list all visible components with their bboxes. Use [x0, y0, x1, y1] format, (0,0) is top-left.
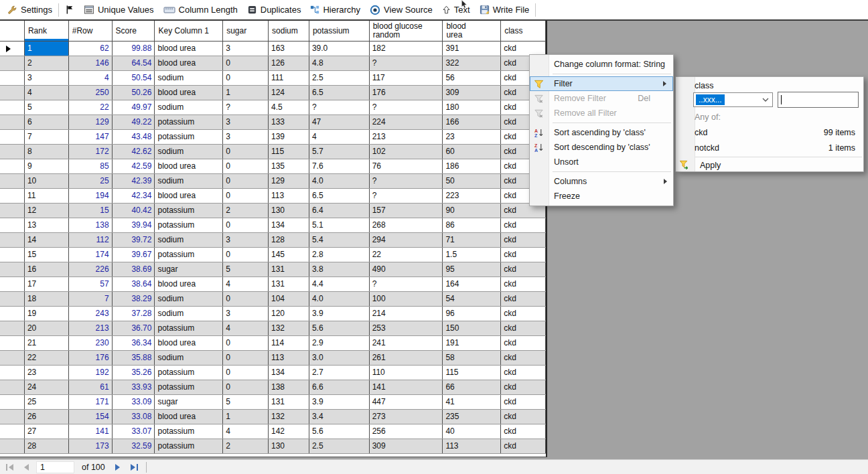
cell-potassium[interactable]: 3.0 — [309, 351, 370, 365]
cell-row-num[interactable]: 174 — [69, 248, 113, 262]
cell-class[interactable]: ckd — [501, 233, 546, 247]
cell-key-column-1[interactable]: blood urea — [155, 159, 223, 173]
cell-sodium[interactable]: 4.5 — [269, 100, 309, 114]
toolbar-button-column-length[interactable]: Column Length — [159, 1, 242, 19]
first-page-button[interactable] — [3, 462, 17, 473]
cell-sodium[interactable]: 130 — [269, 439, 309, 453]
cell-blood-urea[interactable]: 309 — [443, 86, 501, 100]
cell-blood-urea[interactable]: 391 — [443, 42, 501, 56]
cell-score[interactable]: 38.64 — [113, 277, 155, 291]
cell-sugar[interactable]: 0 — [223, 145, 269, 159]
cell-sugar[interactable]: 0 — [223, 366, 269, 380]
column-header-row-num[interactable]: #Row — [69, 21, 113, 41]
cell-sodium[interactable]: 163 — [269, 42, 309, 56]
column-header-selector[interactable] — [0, 21, 25, 41]
column-header-class[interactable]: class — [501, 21, 546, 41]
filter-search-input[interactable] — [778, 92, 859, 108]
toolbar-button-write-file[interactable]: Write File — [475, 1, 534, 19]
cell-selector[interactable] — [0, 145, 25, 159]
cell-potassium[interactable]: 4.0 — [309, 174, 370, 188]
cell-rank[interactable]: 26 — [25, 410, 69, 424]
cell-blood-urea[interactable]: 223 — [443, 189, 501, 203]
cell-rank[interactable]: 20 — [25, 321, 69, 335]
cell-blood-glucose-random[interactable]: 294 — [370, 233, 443, 247]
cell-blood-urea[interactable]: 58 — [443, 351, 501, 365]
last-page-button[interactable] — [127, 462, 141, 473]
toolbar-button-view-source[interactable]: View Source — [365, 1, 437, 19]
cell-key-column-1[interactable]: sodium — [155, 233, 223, 247]
cell-sugar[interactable]: 0 — [223, 71, 269, 85]
cell-sugar[interactable]: ? — [223, 100, 269, 114]
toolbar-button-flag[interactable] — [60, 1, 79, 19]
cell-blood-glucose-random[interactable]: ? — [370, 277, 443, 291]
cell-sodium[interactable]: 135 — [269, 159, 309, 173]
cell-blood-urea[interactable]: 60 — [443, 145, 501, 159]
cell-row-num[interactable]: 138 — [69, 218, 113, 232]
cell-blood-glucose-random[interactable]: 213 — [370, 130, 443, 144]
cell-score[interactable]: 42.34 — [113, 189, 155, 203]
cell-row-num[interactable]: 112 — [69, 233, 113, 247]
cell-class[interactable]: ckd — [501, 277, 546, 291]
page-number-input[interactable]: 1 — [36, 461, 74, 473]
cell-score[interactable]: 33.08 — [113, 410, 155, 424]
filter-value-row[interactable]: notckd1 items — [695, 140, 855, 155]
cell-rank[interactable]: 6 — [25, 115, 69, 129]
cell-score[interactable]: 99.88 — [113, 42, 155, 56]
cell-sodium[interactable]: 131 — [269, 277, 309, 291]
cell-sugar[interactable]: 4 — [223, 424, 269, 439]
cell-sugar[interactable]: 0 — [223, 174, 269, 188]
cell-row-num[interactable]: 141 — [69, 424, 113, 439]
cell-blood-glucose-random[interactable]: 490 — [370, 262, 443, 276]
cell-class[interactable]: ckd — [501, 439, 546, 453]
cell-blood-urea[interactable]: 113 — [443, 439, 501, 453]
cell-sugar[interactable]: 1 — [223, 410, 269, 424]
cell-class[interactable]: ckd — [501, 262, 546, 276]
cell-potassium[interactable]: 2.5 — [309, 439, 370, 453]
cell-blood-glucose-random[interactable]: 261 — [370, 351, 443, 365]
cell-rank[interactable]: 5 — [25, 100, 69, 114]
cell-blood-urea[interactable]: 115 — [443, 366, 501, 380]
cell-potassium[interactable]: 5.7 — [309, 145, 370, 159]
menu-item-remove-filter[interactable]: Remove FilterDel — [530, 91, 673, 106]
cell-score[interactable]: 33.07 — [113, 424, 155, 439]
toolbar-button-unique-values[interactable]: Unique Values — [79, 1, 159, 19]
cell-score[interactable]: 49.97 — [113, 100, 155, 114]
cell-sugar[interactable]: 2 — [223, 439, 269, 453]
cell-potassium[interactable]: 6.5 — [309, 86, 370, 100]
cell-score[interactable]: 38.69 — [113, 262, 155, 276]
cell-sodium[interactable]: 120 — [269, 307, 309, 321]
cell-blood-glucose-random[interactable]: 157 — [370, 204, 443, 218]
cell-row-num[interactable]: 4 — [69, 71, 113, 85]
cell-key-column-1[interactable]: potassium — [155, 130, 223, 144]
cell-blood-urea[interactable]: 180 — [443, 100, 501, 114]
cell-sodium[interactable]: 131 — [269, 262, 309, 276]
cell-key-column-1[interactable]: sodium — [155, 174, 223, 188]
cell-score[interactable]: 36.70 — [113, 321, 155, 335]
cell-sodium[interactable]: 113 — [269, 189, 309, 203]
cell-sugar[interactable]: 4 — [223, 321, 269, 335]
cell-key-column-1[interactable]: sugar — [155, 395, 223, 409]
cell-rank[interactable]: 24 — [25, 380, 69, 394]
cell-sugar[interactable]: 5 — [223, 395, 269, 409]
cell-selector[interactable] — [0, 56, 25, 70]
cell-key-column-1[interactable]: potassium — [155, 204, 223, 218]
cell-rank[interactable]: 13 — [25, 218, 69, 232]
cell-class[interactable]: ckd — [501, 218, 546, 232]
cell-score[interactable]: 33.93 — [113, 380, 155, 394]
cell-potassium[interactable]: ? — [309, 100, 370, 114]
cell-blood-glucose-random[interactable]: 447 — [370, 395, 443, 409]
cell-key-column-1[interactable]: sodium — [155, 351, 223, 365]
cell-potassium[interactable]: 6.4 — [309, 204, 370, 218]
cell-row-num[interactable]: 85 — [69, 159, 113, 173]
cell-score[interactable]: 40.42 — [113, 204, 155, 218]
cell-rank[interactable]: 25 — [25, 395, 69, 409]
column-header-sugar[interactable]: sugar — [223, 21, 269, 41]
cell-selector[interactable] — [0, 130, 25, 144]
cell-score[interactable]: 39.94 — [113, 218, 155, 232]
cell-score[interactable]: 42.62 — [113, 145, 155, 159]
cell-sodium[interactable]: 138 — [269, 380, 309, 394]
cell-class[interactable]: ckd — [501, 351, 546, 365]
cell-blood-urea[interactable]: 50 — [443, 174, 501, 188]
cell-potassium[interactable]: 2.8 — [309, 248, 370, 262]
cell-blood-glucose-random[interactable]: 268 — [370, 218, 443, 232]
